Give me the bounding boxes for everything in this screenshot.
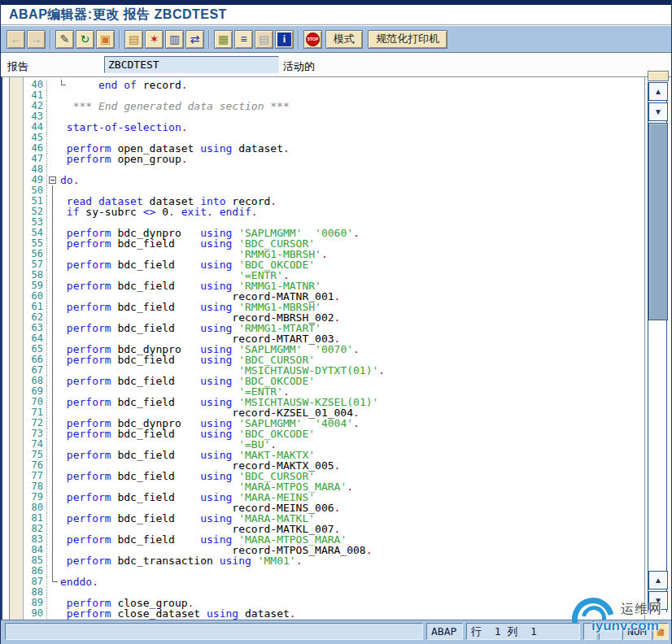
num-lock-field: NUM	[622, 623, 651, 640]
structure-column	[47, 270, 60, 281]
code-line[interactable]: 90 perform close_dataset using dataset.	[2, 608, 644, 619]
code-text: perform open_group.	[60, 154, 188, 164]
back-icon[interactable]: ←	[7, 30, 25, 49]
block-vline	[52, 196, 53, 207]
block-vline	[52, 228, 53, 238]
display-change-icon[interactable]: ✎	[55, 30, 74, 49]
structure-column	[47, 238, 60, 249]
block-vline	[52, 312, 53, 323]
block-vline	[52, 217, 53, 228]
block-vline	[52, 534, 53, 545]
structure-column	[47, 376, 60, 386]
structure-column	[47, 281, 60, 291]
block-vline	[52, 249, 53, 259]
structure-column	[47, 164, 60, 175]
structure-column	[47, 185, 60, 196]
scroll-down-icon-bottom[interactable]: ▼	[648, 591, 668, 610]
navigate-icon[interactable]: ⇄	[185, 30, 204, 49]
structure-column	[47, 587, 60, 598]
structure-column	[47, 386, 60, 397]
copy-icon[interactable]: ▣	[96, 30, 115, 49]
code-text: enddo.	[60, 577, 98, 587]
structure-column	[47, 323, 60, 333]
structure-column	[47, 122, 60, 133]
code-line[interactable]: 87enddo.	[2, 577, 644, 587]
structure-column	[47, 524, 60, 534]
code-editor[interactable]: 40 end of record.4142 *** End generated …	[1, 76, 672, 620]
code-line[interactable]: 49do.	[2, 175, 644, 185]
code-line[interactable]: 48	[2, 164, 644, 175]
block-vline	[52, 344, 53, 355]
stop-icon[interactable]: STOP	[303, 30, 322, 49]
structure-column	[47, 154, 60, 164]
code-text: end of record.	[60, 80, 188, 90]
block-end-marker	[52, 577, 58, 582]
code-text: perform close_dataset using dataset.	[60, 608, 296, 619]
pretty-printer-icon[interactable]: ▥	[165, 30, 184, 49]
structure-column	[47, 291, 60, 302]
code-line[interactable]: 52 if sy-subrc <> 0. exit. endif.	[2, 207, 644, 217]
structure-column	[47, 312, 60, 323]
forward-icon[interactable]: →	[27, 30, 46, 49]
block-vline	[52, 418, 53, 429]
cursor-position-field: 行 1 列 1	[466, 623, 580, 640]
code-text: *** End generated data section ***	[60, 101, 290, 111]
structure-column	[47, 344, 60, 355]
vertical-scrollbar[interactable]: ▲ ▼ ▲ ▼	[648, 82, 667, 612]
active-status-text: 活动的	[283, 59, 315, 74]
block-vline	[52, 291, 53, 302]
structure-column	[47, 101, 60, 111]
structure-column	[47, 555, 60, 566]
scroll-up-icon-bottom[interactable]: ▲	[648, 571, 668, 590]
block-vline	[52, 333, 53, 344]
scrollbar-thumb[interactable]	[648, 123, 668, 320]
code-lines[interactable]: 40 end of record.4142 *** End generated …	[2, 80, 644, 619]
info-icon[interactable]: i	[275, 30, 294, 49]
structure-column	[47, 471, 60, 481]
code-line[interactable]: 86	[2, 566, 644, 577]
block-vline	[52, 555, 53, 566]
status-field-small-1	[583, 623, 596, 640]
split-handle[interactable]	[648, 71, 669, 81]
toolbar-separator	[119, 30, 120, 49]
structure-column	[47, 111, 60, 122]
code-line[interactable]: 42 *** End generated data section ***	[2, 101, 644, 111]
check-icon[interactable]: ↻	[76, 30, 94, 49]
status-field-small-2	[599, 623, 622, 640]
editor-border	[644, 77, 645, 620]
scroll-up-icon[interactable]: ▲	[648, 82, 668, 101]
mode-button[interactable]: 模式	[325, 30, 363, 49]
report-name-input[interactable]	[104, 56, 279, 73]
structure-column	[47, 365, 60, 376]
structure-column	[47, 143, 60, 154]
code-line[interactable]: 47 perform open_group.	[2, 154, 644, 164]
pattern-icon[interactable]: ✶	[145, 30, 164, 49]
layout-icon[interactable]: ▦	[652, 623, 669, 640]
structure-column	[47, 207, 60, 217]
block-vline	[52, 397, 53, 407]
block-vline	[52, 503, 53, 513]
status-bar: ABAP 行 1 列 1 NUM ▦	[1, 620, 672, 644]
block-vline	[52, 429, 53, 439]
block-vline	[52, 460, 53, 471]
worklist-icon[interactable]: ▤	[255, 30, 273, 49]
scroll-down-icon[interactable]: ▼	[648, 102, 668, 121]
block-vline	[52, 471, 53, 481]
where-used-icon[interactable]: ▤	[124, 30, 143, 49]
block-vline	[52, 450, 53, 460]
structure-column	[47, 608, 60, 619]
code-text: perform bdc_transaction using 'MM01'.	[60, 555, 302, 566]
code-line[interactable]: 40 end of record.	[2, 80, 644, 90]
structure-column	[47, 90, 60, 101]
block-vline	[52, 270, 53, 281]
standard-printer-button[interactable]: 规范化打印机	[368, 30, 447, 49]
code-line[interactable]: 44 start-of-selection.	[2, 122, 644, 133]
block-vline	[52, 407, 53, 418]
fold-collapse-icon[interactable]	[49, 176, 56, 184]
display-object-list-icon[interactable]: ≡	[234, 30, 253, 49]
code-text: start-of-selection.	[60, 122, 188, 133]
code-line[interactable]: 85 perform bdc_transaction using 'MM01'.	[2, 555, 644, 566]
object-list-icon[interactable]: ▦	[214, 30, 233, 49]
structure-column	[47, 80, 60, 90]
code-text: if sy-subrc <> 0. exit. endif.	[60, 207, 258, 217]
